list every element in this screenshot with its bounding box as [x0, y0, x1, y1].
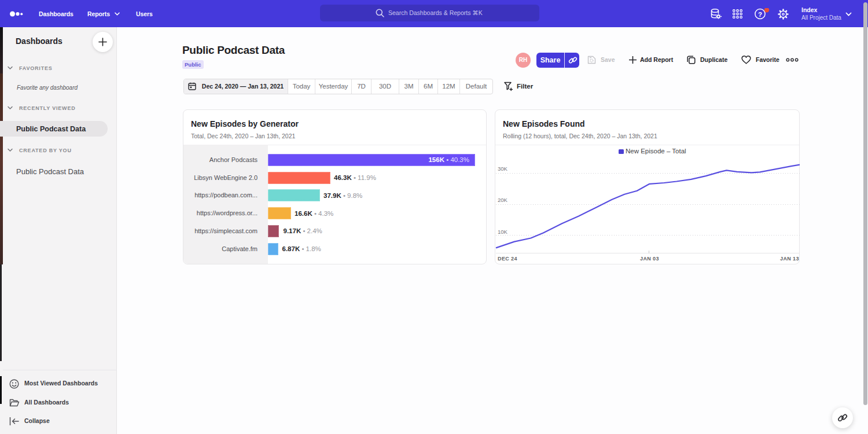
svg-text:?: ?: [758, 11, 762, 18]
